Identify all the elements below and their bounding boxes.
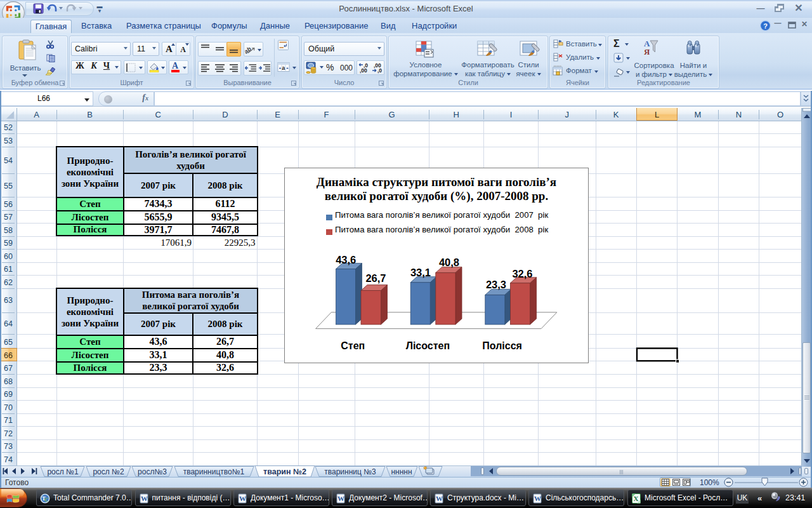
svg-text:W: W (239, 495, 246, 502)
svg-text:26,7: 26,7 (365, 272, 386, 284)
svg-text:K: K (613, 110, 619, 119)
svg-text:E: E (275, 110, 280, 119)
svg-text:59: 59 (4, 239, 13, 248)
svg-text:71: 71 (4, 416, 13, 425)
svg-text:H: H (454, 110, 459, 119)
svg-text:55: 55 (4, 182, 13, 190)
svg-text:росл №2: росл №2 (93, 467, 124, 476)
svg-text:70: 70 (4, 403, 13, 412)
svg-text:73: 73 (4, 442, 13, 451)
svg-text:N: N (736, 110, 742, 119)
svg-text:60: 60 (4, 252, 13, 261)
svg-text:64: 64 (4, 319, 13, 328)
svg-text:C: C (45, 497, 49, 503)
svg-text:62: 62 (4, 278, 13, 287)
svg-text:56: 56 (4, 200, 13, 209)
svg-text:I: I (510, 110, 513, 119)
svg-text:J: J (565, 110, 569, 119)
svg-text:росл№3: росл№3 (138, 467, 167, 476)
svg-text:ннннн: ннннн (391, 467, 412, 476)
svg-text:тваринництво№1: тваринництво№1 (183, 467, 245, 476)
svg-text:57: 57 (4, 213, 13, 222)
svg-text:33,1: 33,1 (410, 267, 431, 278)
svg-text:69: 69 (4, 390, 13, 399)
svg-text:32,6: 32,6 (512, 268, 532, 279)
svg-text:Лісостеп: Лісостеп (406, 340, 450, 351)
svg-text:63: 63 (4, 296, 13, 305)
svg-text:W: W (337, 495, 344, 502)
svg-text:52: 52 (4, 123, 13, 132)
svg-text:G: G (388, 110, 395, 119)
svg-text:74: 74 (4, 455, 13, 464)
svg-text:O: O (777, 110, 783, 119)
svg-text:W: W (141, 495, 148, 502)
svg-text:тваринниц №3: тваринниц №3 (324, 467, 376, 476)
svg-text:B: B (87, 110, 93, 119)
svg-text:67: 67 (4, 364, 13, 373)
svg-text:61: 61 (4, 265, 13, 274)
svg-text:,00: ,00 (360, 67, 367, 74)
svg-text:40,8: 40,8 (439, 257, 459, 268)
svg-text:43,6: 43,6 (336, 254, 356, 265)
svg-text:D: D (222, 110, 228, 119)
svg-text:F: F (324, 110, 329, 119)
svg-text:A: A (34, 110, 39, 119)
svg-text:53: 53 (4, 137, 13, 145)
svg-text:M: M (695, 110, 702, 119)
svg-text:Я: Я (644, 47, 650, 57)
svg-text:росл №1: росл №1 (47, 467, 79, 476)
svg-text:C: C (155, 110, 161, 119)
svg-text:L: L (655, 110, 659, 119)
svg-text:66: 66 (4, 351, 13, 360)
svg-text:W: W (534, 495, 541, 502)
svg-text:65: 65 (4, 338, 13, 347)
svg-text:W: W (436, 495, 443, 502)
svg-text:X: X (634, 495, 639, 502)
svg-text:Степ: Степ (341, 340, 365, 351)
svg-text:58: 58 (4, 226, 13, 235)
svg-text:54: 54 (4, 156, 13, 165)
svg-text:?: ? (763, 22, 768, 30)
svg-text:Полісся: Полісся (482, 340, 522, 351)
svg-text:72: 72 (4, 429, 13, 438)
svg-text:,0: ,0 (377, 67, 382, 74)
svg-text:тварин №2: тварин №2 (263, 467, 306, 476)
svg-text:23,3: 23,3 (486, 279, 506, 290)
svg-text:68: 68 (4, 377, 13, 386)
